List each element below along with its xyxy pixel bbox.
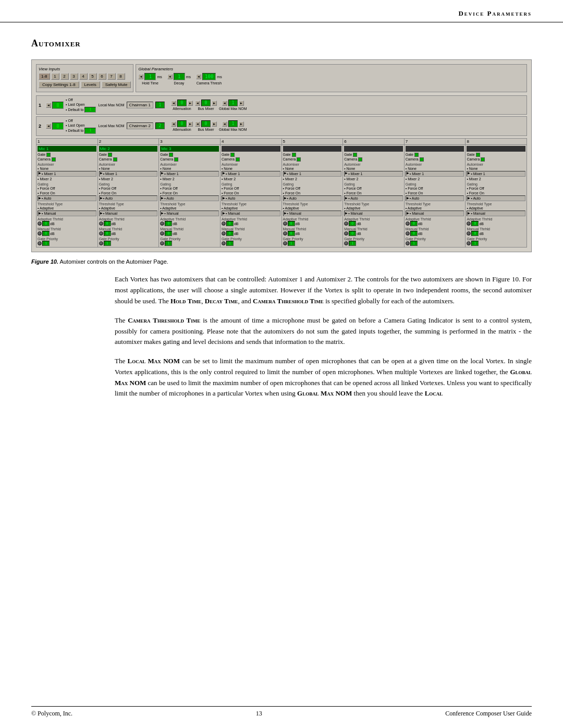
am2-atten-spin[interactable]: ◄ — [171, 121, 176, 127]
ch1-mixer1-dropdown[interactable]: ▶• Mixer 1 — [38, 171, 96, 177]
vi-btn-4[interactable]: 4 — [79, 73, 88, 80]
am2-global-spin[interactable]: ◄ — [222, 121, 227, 127]
ch2-mixer1-dropdown[interactable]: ▶• Mixer 1 — [99, 171, 158, 177]
ch5-auto-dropdown[interactable]: ▶• Auto — [283, 195, 342, 201]
ch6-mixer1-dropdown[interactable]: ▶• Mixer 1 — [344, 171, 403, 177]
ch4-adaptive-knob[interactable] — [222, 221, 226, 226]
view-inputs-box: View Inputs 1-8 1 2 3 4 5 6 7 8 Copy Set… — [36, 64, 133, 92]
ch5-mixer1-dropdown[interactable]: ▶• Mixer 1 — [283, 171, 342, 177]
ch5-manual-dropdown[interactable]: ▶• Manual — [283, 211, 342, 216]
ch7-mixer1-dropdown[interactable]: ▶• Mixer 1 — [406, 171, 464, 177]
ch4-adaptive-display: 0 — [226, 221, 234, 226]
am2-global-spin-r[interactable]: ► — [239, 121, 244, 127]
ch2-manual-unit: dB — [112, 232, 116, 236]
ch1-adaptive-label: Adaptive Thrhld — [38, 217, 96, 221]
ch7-manual-dropdown[interactable]: ▶• Manual — [406, 211, 464, 216]
ch8-manual-knob[interactable] — [467, 231, 471, 236]
copy-settings-button[interactable]: Copy Settings 1-8 — [39, 81, 79, 88]
ch3-camera-label: Camera — [160, 157, 173, 161]
ch2-manual-knob[interactable] — [99, 231, 103, 236]
am1-spin-left[interactable]: ◄ — [46, 103, 51, 108]
am2-spin-left[interactable]: ◄ — [46, 124, 51, 129]
vi-btn-6[interactable]: 6 — [98, 73, 106, 80]
am1-global-spin[interactable]: ◄ — [222, 101, 227, 106]
am1-global-spin-r[interactable]: ► — [239, 101, 244, 106]
ch3-gate-indicator — [169, 153, 173, 157]
am1-atten-spin-r[interactable]: ► — [188, 101, 193, 106]
am2-bus-spin-r[interactable]: ► — [212, 121, 217, 127]
ch3-gating-options: • Force Off • Force On ▶• Auto — [160, 186, 219, 201]
ch4-mixer1-dropdown[interactable]: ▶• Mixer 1 — [222, 171, 280, 177]
camera-thresh-spin-left[interactable]: ◄ — [196, 74, 201, 79]
ch6-gate-priority-knob[interactable] — [344, 241, 348, 245]
ch5-automixer-options: • None ▶• Mixer 1 • Mixer 2 — [283, 166, 342, 181]
ch7-gate-priority-knob[interactable] — [406, 241, 410, 245]
ch6-auto-dropdown[interactable]: ▶• Auto — [344, 195, 403, 201]
ch3-adaptive-knob[interactable] — [160, 221, 164, 226]
decay-spin-left[interactable]: ◄ — [167, 74, 173, 79]
ch3-mixer1-dropdown[interactable]: ▶• Mixer 1 — [160, 171, 219, 177]
ch8-mixer1-dropdown[interactable]: ▶• Mixer 1 — [467, 171, 525, 177]
ch6-manual-dropdown[interactable]: ▶• Manual — [344, 211, 403, 216]
am1-atten-spin[interactable]: ◄ — [171, 101, 176, 106]
ch7-adaptive-knob[interactable] — [406, 221, 410, 226]
ch4-gate-priority-knob[interactable] — [222, 241, 226, 245]
ch6-adaptive-knob[interactable] — [344, 221, 348, 226]
am2-bus-spin[interactable]: ◄ — [195, 121, 200, 127]
vi-btn-range[interactable]: 1-8 — [39, 73, 50, 80]
ch3-gate-label: Gate — [160, 153, 168, 156]
ch8-manual-dropdown[interactable]: ▶• Manual — [467, 211, 525, 216]
ch8-gate-priority-knob[interactable] — [467, 241, 471, 245]
ch2-manual-dropdown[interactable]: ▶• Manual — [99, 211, 158, 216]
ch1-auto-dropdown[interactable]: ▶• Auto — [38, 195, 96, 201]
ch5-gate-priority-knob[interactable] — [283, 241, 287, 245]
ch7-auto-dropdown[interactable]: ▶• Auto — [406, 195, 464, 201]
ch1-manual-dropdown[interactable]: ▶• Manual — [38, 211, 96, 216]
ch7-gate-indicator — [414, 153, 419, 157]
levels-button[interactable]: Levels — [81, 81, 100, 88]
ch4-manual-knob[interactable] — [222, 231, 226, 236]
ch8-threshold-options: • Adaptive ▶• Manual — [467, 206, 525, 216]
ch3-auto-dropdown[interactable]: ▶• Auto — [160, 195, 219, 201]
ch8-auto-dropdown[interactable]: ▶• Auto — [467, 195, 525, 201]
ch2-auto-dropdown[interactable]: ▶• Auto — [99, 195, 158, 201]
ch5-manual-knob[interactable] — [283, 231, 287, 236]
ch7-manual-knob[interactable] — [406, 231, 410, 236]
decay-ms: ms — [186, 75, 191, 79]
ch6-manual-knob[interactable] — [344, 231, 348, 236]
ch8-adaptive-knob[interactable] — [467, 221, 471, 226]
ch2-gate-priority-knob[interactable] — [99, 241, 103, 245]
safety-mute-button[interactable]: Safety Mute — [102, 81, 131, 88]
am2-atten-spin-r[interactable]: ► — [188, 121, 193, 127]
ch1-manual-knob[interactable] — [38, 231, 42, 236]
am1-bus-spin[interactable]: ◄ — [195, 101, 200, 106]
vi-btn-2[interactable]: 2 — [60, 73, 69, 80]
am1-chairman-btn[interactable]: Chairman 1 — [127, 102, 153, 108]
am2-chairman-btn[interactable]: Chairman 2 — [127, 122, 153, 129]
vi-btn-8[interactable]: 8 — [117, 73, 125, 80]
ch7-adaptive-knob-row: 0 dB — [406, 221, 464, 226]
hold-time-label: Hold Time — [142, 81, 158, 85]
ch1-adaptive-knob[interactable] — [38, 221, 42, 226]
ch3-manual-knob[interactable] — [160, 231, 164, 236]
ch4-manual-dropdown[interactable]: ▶• Manual — [222, 211, 280, 216]
am2-local-max-display: 8 — [52, 122, 64, 130]
am1-global-label: Global Max NOM — [219, 107, 247, 110]
vi-btn-1[interactable]: 1 — [51, 73, 59, 80]
ch3-manual-dropdown[interactable]: ▶• Manual — [160, 211, 219, 216]
am2-atten-label: Attenuation — [173, 128, 191, 131]
ch4-auto-dropdown[interactable]: ▶• Auto — [222, 195, 280, 201]
vi-btn-7[interactable]: 7 — [107, 73, 116, 80]
ch3-gate-priority-knob[interactable] — [160, 241, 164, 245]
ch6-camera-row: Camera — [344, 157, 403, 162]
ch2-adaptive-knob[interactable] — [99, 221, 103, 226]
ch5-adaptive-knob[interactable] — [283, 221, 287, 226]
ch1-gate-priority-knob[interactable] — [38, 241, 42, 245]
hold-time-ms: ms — [157, 75, 162, 79]
ch5-camera-label: Camera — [283, 157, 296, 161]
vi-btn-5[interactable]: 5 — [89, 73, 97, 80]
vi-btn-3[interactable]: 3 — [70, 73, 78, 80]
hold-time-spin-left[interactable]: ◄ — [138, 74, 143, 79]
am1-bus-spin-r[interactable]: ► — [212, 101, 217, 106]
ch2-gate-row: Gate — [99, 153, 158, 157]
